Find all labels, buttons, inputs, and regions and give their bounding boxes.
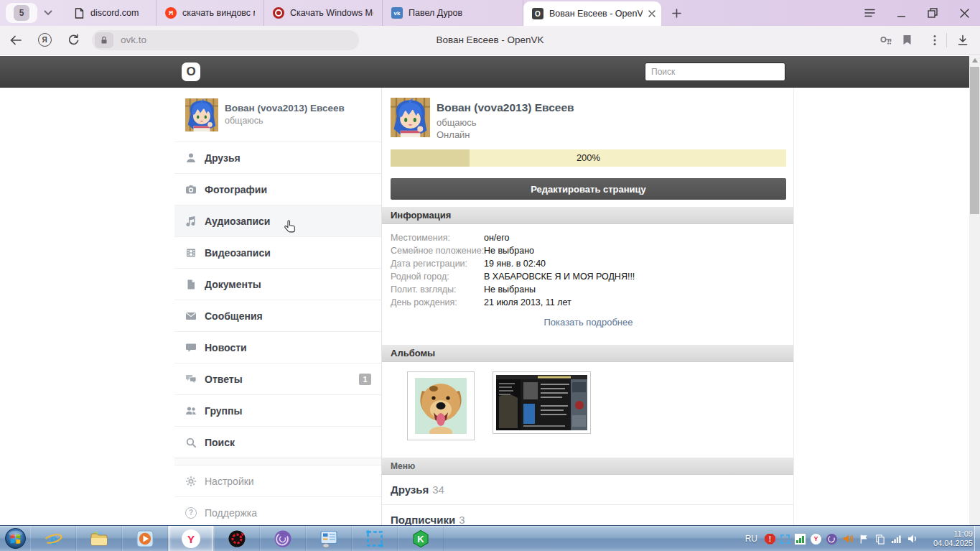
sidebar-item-news[interactable]: Новости xyxy=(174,331,381,363)
music-note-icon xyxy=(185,216,197,227)
password-manager-icon[interactable] xyxy=(879,34,892,46)
taskbar-snipping-tool[interactable] xyxy=(352,526,398,551)
friends-link: Друзья xyxy=(391,483,429,496)
sidebar-profile-name[interactable]: Вован (vova2013) Евсеев xyxy=(225,103,345,114)
document-icon xyxy=(185,279,197,290)
speaker-icon[interactable] xyxy=(907,533,918,545)
page-scrollbar[interactable] xyxy=(969,55,980,525)
kaspersky-icon: K xyxy=(411,529,430,548)
downloads-icon[interactable] xyxy=(957,34,969,46)
language-indicator[interactable]: RU xyxy=(745,534,757,544)
system-tray: RU ! Y 11:09 04.04.2025 xyxy=(745,526,973,551)
album-thumbnail-screenshot[interactable] xyxy=(493,371,591,434)
scroll-up-arrow[interactable] xyxy=(969,55,980,66)
media-player-icon xyxy=(136,529,154,548)
red-gear-icon xyxy=(228,529,246,548)
bittorrent-icon xyxy=(274,529,292,548)
openvk-page: O xyxy=(0,55,980,525)
menu-section-header: Меню xyxy=(382,458,794,475)
restore-button[interactable] xyxy=(917,0,948,26)
tab-title: Вован Евсеев - OpenVK xyxy=(549,9,643,19)
sidebar-profile[interactable]: Вован (vova2013) Евсеев общаюсь xyxy=(174,88,381,142)
film-icon xyxy=(185,247,197,259)
taskbar-kaspersky[interactable]: K xyxy=(398,526,444,551)
openvk-logo[interactable]: O xyxy=(182,62,200,81)
followers-link: Подписчики xyxy=(391,514,455,525)
profile-avatar[interactable] xyxy=(391,98,430,137)
snip-tray-icon[interactable] xyxy=(780,534,790,544)
tab-title: Павел Дуров xyxy=(409,8,462,18)
back-button[interactable] xyxy=(3,27,29,53)
sidebar-item-groups[interactable]: Группы xyxy=(174,394,381,426)
tab-discord[interactable]: discord.com xyxy=(65,0,157,26)
date: 04.04.2025 xyxy=(933,539,973,547)
sidebar-item-settings[interactable]: Настройки xyxy=(174,465,381,496)
url-field[interactable]: ovk.to xyxy=(92,30,359,50)
sidebar-divider xyxy=(174,458,381,465)
tab-count: 5 xyxy=(14,5,29,21)
start-button[interactable] xyxy=(4,527,27,550)
close-tab-icon[interactable] xyxy=(648,10,655,17)
tab-counter-button[interactable]: 5 xyxy=(6,3,37,23)
speech-bubbles-icon xyxy=(185,374,197,385)
taskbar-yandex-browser[interactable]: Y xyxy=(168,526,214,551)
sidebar-item-videos[interactable]: Видеозаписи xyxy=(174,236,381,268)
clipboard-icon[interactable] xyxy=(874,534,885,545)
taskbar-clock[interactable]: 11:09 04.04.2025 xyxy=(925,529,973,548)
vk-icon: vk xyxy=(391,7,403,19)
new-tab-button[interactable] xyxy=(666,2,687,24)
more-options-icon[interactable] xyxy=(933,34,936,46)
sidebar-item-audios[interactable]: Аудиозаписи xyxy=(174,205,381,236)
bookmark-icon[interactable] xyxy=(902,34,912,45)
album-thumbnail-dog[interactable] xyxy=(407,371,475,440)
sidebar-item-answers[interactable]: Ответы 1 xyxy=(174,363,381,394)
sidebar-item-support[interactable]: ? Поддержка xyxy=(174,496,381,525)
profile-name: Вован (vova2013) Евсеев xyxy=(437,101,574,114)
show-more-link[interactable]: Показать подробнее xyxy=(382,317,794,328)
avatar[interactable] xyxy=(185,98,218,131)
yandex-icon: Я xyxy=(165,7,177,19)
security-alert-icon[interactable]: ! xyxy=(765,534,775,545)
sidebar-item-documents[interactable]: Документы xyxy=(174,268,381,300)
tab-vk[interactable]: vk Павел Дуров xyxy=(383,0,523,26)
yandex-tray-icon[interactable]: Y xyxy=(811,534,821,545)
edit-page-button[interactable]: Редактировать страницу xyxy=(391,178,786,200)
taskbar-display-settings[interactable] xyxy=(306,526,352,551)
close-window-button[interactable] xyxy=(948,0,980,26)
usage-chart-icon[interactable] xyxy=(795,534,806,545)
search-input[interactable] xyxy=(645,62,785,81)
speech-bubble-icon xyxy=(185,342,197,353)
taskbar-media-player[interactable] xyxy=(122,526,168,551)
lock-icon xyxy=(95,32,113,48)
person-icon xyxy=(185,152,197,164)
sidebar-item-search[interactable]: Поиск xyxy=(174,426,381,458)
sidebar-item-messages[interactable]: Сообщения xyxy=(174,300,381,331)
openvk-header: O xyxy=(0,56,969,88)
tab-openvk-active[interactable]: O Вован Евсеев - OpenVK xyxy=(523,1,661,26)
sidebar-item-photos[interactable]: Фотографии xyxy=(174,173,381,205)
blank-page-icon xyxy=(73,7,85,19)
refresh-button[interactable] xyxy=(60,27,86,53)
followers-row[interactable]: Подписчики3 xyxy=(382,505,794,525)
taskbar-internet-explorer[interactable]: e xyxy=(30,526,76,551)
network-signal-icon[interactable] xyxy=(890,533,902,545)
volume-mixer-icon[interactable] xyxy=(842,533,854,545)
taskbar-file-explorer[interactable] xyxy=(76,526,122,551)
browser-address-bar: Я ovk.to Вован Евсеев - OpenVK xyxy=(0,26,980,55)
friends-row[interactable]: Друзья34 xyxy=(382,475,794,505)
show-desktop-button[interactable] xyxy=(974,526,980,551)
chevron-down-icon[interactable] xyxy=(39,3,57,23)
bittorrent-tray-icon[interactable] xyxy=(826,534,837,545)
taskbar-driver-tool[interactable] xyxy=(214,526,260,551)
tab-yandex-search[interactable]: Я скачать виндовс муви ме xyxy=(157,0,264,26)
minimize-button[interactable] xyxy=(885,0,917,26)
sidebar-item-friends[interactable]: Друзья xyxy=(174,142,381,173)
taskbar-bittorrent[interactable] xyxy=(260,526,306,551)
folder-icon xyxy=(90,529,108,548)
browser-menu-icon[interactable] xyxy=(854,0,885,26)
scrollbar-thumb[interactable] xyxy=(970,67,979,214)
openvk-icon: O xyxy=(532,8,543,19)
yandex-home-button[interactable]: Я xyxy=(32,27,57,53)
action-center-flag-icon[interactable] xyxy=(859,534,869,545)
tab-movie-maker[interactable]: Скачать Windows Movie M xyxy=(264,0,383,26)
